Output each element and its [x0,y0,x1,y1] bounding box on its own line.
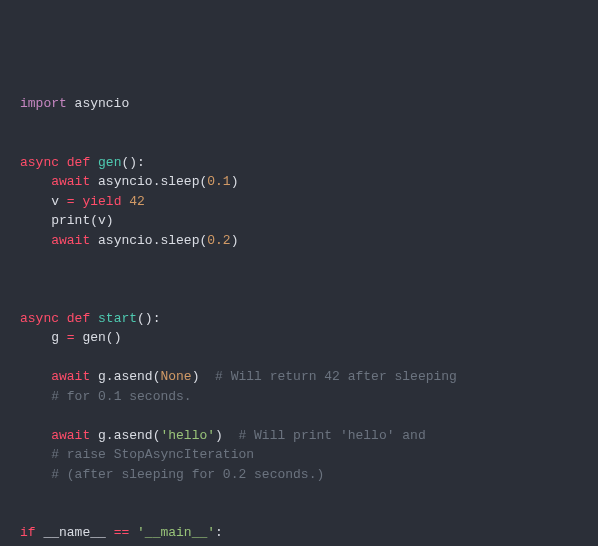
keyword-def: def [59,155,90,170]
call: asyncio.sleep( [90,233,207,248]
paren: ) [192,369,215,384]
comment: # raise StopAsyncIteration [51,447,254,462]
keyword-await: await [51,174,90,189]
call: g.asend( [90,428,160,443]
operator: = [67,194,75,209]
keyword-async: async [20,155,59,170]
keyword-if: if [20,525,36,540]
keyword-import: import [20,96,67,111]
comment: # Will print 'hello' and [238,428,425,443]
keyword-async: async [20,311,59,326]
paren: (): [137,311,160,326]
paren: ) [231,174,239,189]
number: 42 [129,194,145,209]
paren: ) [215,428,238,443]
function-name-start: start [90,311,137,326]
colon: : [215,525,223,540]
code-block: import asyncio async def gen(): await as… [20,94,578,546]
string: 'hello' [160,428,215,443]
call: asyncio.sleep( [90,174,207,189]
call: g.asend( [90,369,160,384]
call: print(v) [51,213,113,228]
call: gen() [75,330,122,345]
operator: = [67,330,75,345]
function-name-gen: gen [90,155,121,170]
comment: # Will return 42 after sleeping [215,369,457,384]
keyword-await: await [51,233,90,248]
none-literal: None [160,369,191,384]
number: 0.2 [207,233,230,248]
string: '__main__' [137,525,215,540]
identifier: g [51,330,67,345]
number: 0.1 [207,174,230,189]
identifier: v [51,194,67,209]
module-name: asyncio [67,96,129,111]
space [129,525,137,540]
keyword-await: await [51,428,90,443]
paren: ) [231,233,239,248]
comment: # (after sleeping for 0.2 seconds.) [51,467,324,482]
comment: # for 0.1 seconds. [51,389,191,404]
keyword-yield: yield [82,194,121,209]
keyword-await: await [51,369,90,384]
keyword-def: def [59,311,90,326]
operator: == [114,525,130,540]
paren: (): [121,155,144,170]
dunder-name: __name__ [36,525,114,540]
